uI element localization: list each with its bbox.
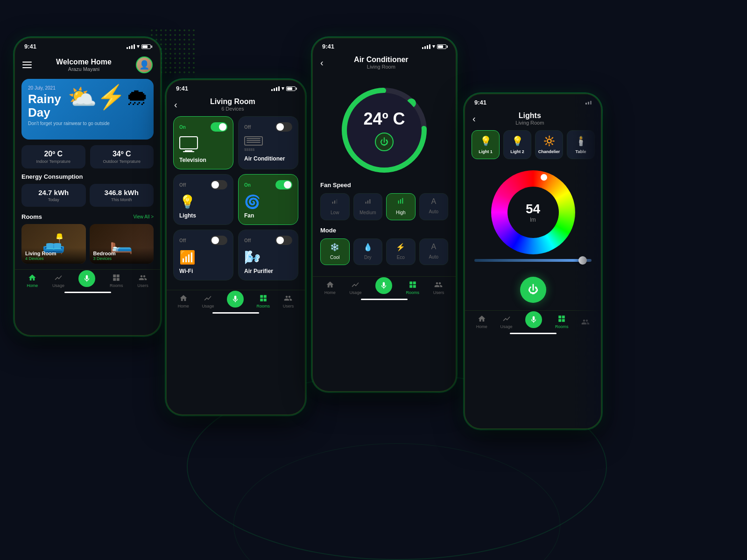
light-tab-1[interactable]: 💡 Light 1 <box>472 130 500 159</box>
devices-grid: On Television Off <box>167 116 305 280</box>
phone-lights: 9:41 ‹ Lights Living Room 💡 Light 1 💡 Li… <box>464 93 602 429</box>
light-tab-2[interactable]: 💡 Light 2 <box>503 130 531 159</box>
wifi-icon-3: ▾ <box>432 43 435 49</box>
status-time-1: 9:41 <box>24 43 36 50</box>
phone-home: 9:41 ▾ Welcome Home Arazu Mayani 👤 <box>14 37 161 336</box>
status-bar-3: 9:41 ▾ <box>313 38 456 53</box>
nav-mic-2[interactable] <box>227 295 244 308</box>
nav-usage-4[interactable]: Usage <box>500 315 513 329</box>
fan-speed-label: Fan Speed <box>320 182 448 189</box>
energy-title: Energy Consumption <box>21 173 83 180</box>
status-icons-1: ▾ <box>127 43 151 49</box>
signal-icon-4 <box>585 101 592 105</box>
view-all-link[interactable]: View All > <box>134 214 154 219</box>
tv-toggle[interactable] <box>211 122 227 132</box>
device-fan[interactable]: On 🌀 Fan <box>238 174 298 225</box>
mode-label: Mode <box>320 227 448 234</box>
device-lights[interactable]: Off 💡 Lights <box>173 174 233 225</box>
color-wheel[interactable]: 54 lm <box>491 170 575 254</box>
wifi-dev-status: Off <box>179 238 186 243</box>
nav-home-1[interactable]: Home <box>27 273 38 288</box>
nav-mic-1[interactable] <box>78 275 95 287</box>
back-button-4[interactable]: ‹ <box>472 113 476 124</box>
nav-usage-1[interactable]: Usage <box>52 273 64 288</box>
svg-rect-6 <box>365 202 366 203</box>
mode-cool[interactable]: ❄️ Cool <box>320 238 350 265</box>
bottom-nav-1: Home Usage Rooms Users <box>15 269 160 290</box>
status-time-2: 9:41 <box>176 85 188 92</box>
outdoor-temp-label: Outdoor Temprature <box>96 159 148 164</box>
fan-speed-low[interactable]: Low <box>320 193 350 220</box>
fan-speed-section: Fan Speed Low Medium <box>313 182 456 227</box>
back-button-3[interactable]: ‹ <box>320 57 324 68</box>
purifier-icon: 🌬️ <box>244 250 292 265</box>
ac-title: Air Conditioner <box>328 56 434 64</box>
living-room-name: Living Room <box>25 251 82 256</box>
bottom-nav-3: Home Usage Rooms Users <box>313 276 456 297</box>
mode-dry[interactable]: 💧 Dry <box>353 238 383 265</box>
nav-rooms-2[interactable]: Rooms <box>257 294 270 308</box>
brightness-thumb[interactable] <box>578 256 587 265</box>
bottom-nav-2: Home Usage Rooms Users <box>167 290 305 310</box>
device-purifier[interactable]: Off 🌬️ Air Purifier <box>238 230 298 280</box>
outdoor-temp-value: 34º C <box>96 150 148 158</box>
menu-button[interactable] <box>22 62 32 68</box>
nav-usage-2[interactable]: Usage <box>202 294 214 308</box>
lights-toggle[interactable] <box>211 180 227 189</box>
nav-users-1[interactable]: Users <box>137 273 148 288</box>
ac-toggle[interactable] <box>275 122 292 132</box>
bedroom-devices: 3 Devices <box>93 256 150 261</box>
lights-subtitle: Living Room <box>480 120 579 126</box>
weather-card: 20 July, 2021 RainyDay Don't forget your… <box>21 79 154 140</box>
ac-header: ‹ Air Conditioner Living Room <box>313 53 456 74</box>
nav-usage-3[interactable]: Usage <box>349 280 361 295</box>
nav-rooms-4[interactable]: Rooms <box>555 315 569 329</box>
lights-power-button[interactable]: ⏻ <box>520 277 546 303</box>
living-room-card[interactable]: 🛋️ Living Room 4 Devices <box>21 224 86 264</box>
ac-temperature: 24º C <box>363 109 405 129</box>
nav-rooms-3[interactable]: Rooms <box>406 280 420 295</box>
ac-power-button[interactable]: ⏻ <box>375 133 394 151</box>
rooms-section-header: Rooms View All > <box>15 213 160 220</box>
device-television[interactable]: On Television <box>173 116 233 169</box>
avatar[interactable]: 👤 <box>136 56 153 73</box>
mode-auto[interactable]: A Auto <box>419 238 449 265</box>
rooms-grid: 🛋️ Living Room 4 Devices 🛏️ Bedroom 3 De… <box>15 224 160 264</box>
fan-speed-high[interactable]: High <box>386 193 416 220</box>
phone-living-room: 9:41 ▾ ‹ Living Room 6 Devices On <box>166 79 306 415</box>
nav-mic-4[interactable] <box>525 316 542 328</box>
energy-month-label: This Month <box>94 197 149 202</box>
mode-eco[interactable]: ⚡ Eco <box>386 238 416 265</box>
nav-users-4[interactable] <box>581 318 590 326</box>
nav-home-3[interactable]: Home <box>324 280 336 295</box>
ac-subtitle: Living Room <box>328 64 434 70</box>
back-button-2[interactable]: ‹ <box>174 99 177 110</box>
lights-icon: 💡 <box>179 194 227 210</box>
nav-users-3[interactable]: Users <box>433 280 444 295</box>
device-ac[interactable]: Off $$$$$ Air Conditioner <box>238 116 298 169</box>
bedroom-name: Bedroom <box>93 251 150 256</box>
nav-rooms-1[interactable]: Rooms <box>110 273 123 288</box>
status-time-4: 9:41 <box>474 99 486 106</box>
nav-users-2[interactable]: Users <box>283 294 294 308</box>
nav-mic-3[interactable] <box>375 282 392 294</box>
indoor-temp-value: 20º C <box>27 150 80 158</box>
svg-rect-10 <box>400 199 401 203</box>
light-tab-table[interactable]: 🕯️ Table <box>567 130 595 159</box>
bedroom-card[interactable]: 🛏️ Bedroom 3 Devices <box>90 224 154 264</box>
nav-home-4[interactable]: Home <box>476 315 487 329</box>
temperature-dial: 24º C ⏻ <box>313 74 456 182</box>
wifi-toggle[interactable] <box>211 236 227 245</box>
signal-icon-2 <box>271 86 280 91</box>
purifier-toggle[interactable] <box>275 236 292 245</box>
light-tab-chandelier[interactable]: 🔆 Chandelier <box>535 130 563 159</box>
fan-speed-auto[interactable]: A Auto <box>419 193 449 220</box>
nav-home-2[interactable]: Home <box>178 294 189 308</box>
status-time-3: 9:41 <box>322 43 334 50</box>
device-wifi[interactable]: Off 📶 Wi-Fi <box>173 230 233 280</box>
fan-toggle[interactable] <box>275 180 292 189</box>
usage-icon-2 <box>204 294 212 302</box>
signal-icon-3 <box>422 44 430 49</box>
fan-speed-medium[interactable]: Medium <box>353 193 383 220</box>
living-room-devices: 4 Devices <box>25 256 82 261</box>
